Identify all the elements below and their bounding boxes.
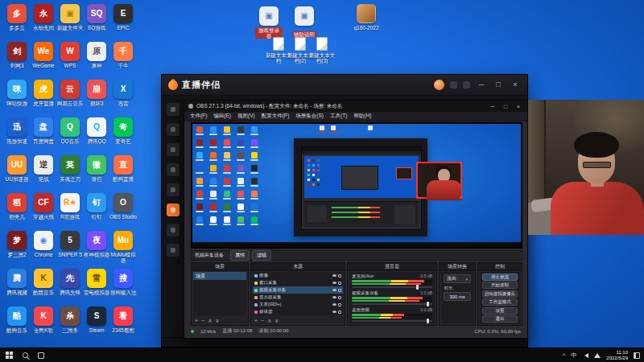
mixer-volume-slider[interactable]	[352, 303, 432, 305]
desktop-icon[interactable]: 咪咪咕快游	[3, 80, 31, 106]
notification-center-icon[interactable]	[634, 352, 640, 359]
source-visibility-icon[interactable]	[332, 282, 336, 284]
scene-up-button[interactable]: ∧	[208, 318, 212, 324]
obs-minimize-button[interactable]: ─	[488, 104, 497, 109]
source-lock-icon[interactable]	[338, 311, 341, 314]
source-visibility-icon[interactable]	[332, 311, 336, 313]
companion-sidebar-item[interactable]	[167, 123, 180, 136]
companion-sidebar-item[interactable]	[167, 163, 180, 176]
source-item[interactable]: 文本(GDI+)	[253, 301, 343, 308]
obs-menu-item[interactable]: 帮助(H)	[350, 113, 374, 120]
obs-maximize-button[interactable]: □	[501, 104, 510, 109]
desktop-text-file[interactable]: 新建文本文档(3)	[308, 37, 336, 64]
desktop-icon[interactable]: Q腾讯QQ	[83, 117, 110, 144]
obs-menu-item[interactable]: 文件(F)	[187, 113, 210, 120]
companion-titlebar[interactable]: 直播伴侣 ─ □ ×	[162, 75, 527, 96]
desktop-icon[interactable]: 酷酷狗音乐	[3, 306, 31, 333]
volume-icon[interactable]	[582, 353, 588, 358]
selection-handle[interactable]	[416, 196, 419, 199]
desktop-icon[interactable]: 英英魂之刃	[56, 155, 84, 182]
control-button[interactable]: 工作室模式	[482, 298, 518, 306]
desktop-icon[interactable]: X迅雷	[109, 80, 137, 106]
companion-sidebar-item[interactable]	[167, 183, 180, 196]
obs-titlebar[interactable]: OBS 27.1.3 (64-bit, windows) - 配置文件: 未命名…	[184, 101, 527, 112]
transition-select[interactable]: 淡出 ▾	[444, 274, 471, 283]
source-visibility-icon[interactable]	[332, 296, 336, 298]
clock[interactable]: 11:10 2022/5/29	[606, 350, 628, 361]
source-lock-icon[interactable]	[338, 289, 341, 292]
companion-maximize-button[interactable]: □	[493, 81, 504, 88]
transition-duration-input[interactable]: 300 ms	[444, 292, 471, 301]
desktop-icon[interactable]: WeWeGame	[30, 42, 57, 68]
source-item[interactable]: 窗口采集	[253, 279, 343, 286]
obs-menu-item[interactable]: 编辑(E)	[210, 113, 234, 120]
desktop-icon[interactable]: 崩崩坏3	[83, 80, 110, 106]
desktop-icon[interactable]: 梦梦三国2	[3, 231, 31, 257]
desktop-icon[interactable]: SSteam	[83, 306, 110, 333]
companion-minimize-button[interactable]: ─	[476, 81, 487, 88]
search-icon[interactable]	[23, 352, 28, 358]
desktop-icon[interactable]: 逆逆战	[30, 155, 57, 182]
companion-menu-icon[interactable]	[450, 81, 457, 88]
desktop-icon[interactable]: WWPS	[56, 42, 84, 68]
mixer-slider-thumb[interactable]	[416, 285, 419, 290]
desktop-icon[interactable]: UUUU加速器	[3, 155, 31, 182]
desktop-icon[interactable]: QQQ音乐	[56, 117, 84, 144]
mixer-volume-slider[interactable]	[352, 320, 432, 322]
source-item[interactable]: 图像	[253, 272, 343, 279]
desktop-icon[interactable]: 夜夜神模拟器	[83, 231, 110, 257]
desktop-icon[interactable]: 原原神	[83, 42, 110, 68]
desktop-shortcut[interactable]: g160-2022	[353, 4, 380, 31]
desktop-icon[interactable]: 千千牛	[109, 42, 137, 68]
source-remove-button[interactable]: −	[261, 318, 264, 323]
companion-sidebar-item[interactable]	[167, 204, 180, 216]
obs-menu-item[interactable]: 工具(T)	[327, 113, 350, 120]
desktop-icon[interactable]: 5SNIPER 5	[56, 231, 84, 257]
source-down-button[interactable]: ∨	[275, 318, 279, 324]
source-visibility-icon[interactable]	[332, 303, 336, 306]
avatar[interactable]	[434, 80, 444, 90]
desktop-icon[interactable]: 奇爱奇艺	[109, 117, 137, 144]
control-button[interactable]: 设置	[482, 307, 518, 315]
desktop-icon[interactable]: 剑剑网3	[3, 42, 31, 68]
companion-settings-icon[interactable]	[463, 81, 470, 88]
companion-sidebar-item[interactable]	[167, 143, 180, 156]
source-item[interactable]: 媒体源	[253, 308, 343, 315]
source-lock-icon[interactable]	[338, 282, 341, 285]
desktop-icon[interactable]: CF穿越火线	[30, 193, 57, 220]
desktop-icon[interactable]: 虎虎牙直播	[30, 80, 57, 106]
source-toolbar-button[interactable]: 滤镜	[252, 250, 271, 261]
desktop-icon[interactable]: 盘百度网盘	[30, 117, 57, 144]
source-lock-icon[interactable]	[338, 296, 341, 299]
source-toolbar-button[interactable]: 属性	[230, 250, 250, 261]
desktop-icon[interactable]: ▣新建文件夹	[56, 4, 84, 31]
preview-webcam-source[interactable]	[416, 162, 462, 199]
network-icon[interactable]	[594, 353, 601, 358]
desktop-icon[interactable]: 看2345看图	[109, 306, 137, 333]
companion-close-button[interactable]: ×	[510, 81, 521, 88]
desktop-icon[interactable]: R★R星游戏	[56, 193, 84, 220]
desktop-icon[interactable]: 先腾讯先锋	[56, 269, 84, 295]
companion-sidebar-item[interactable]	[167, 224, 180, 237]
desktop-icon[interactable]: 雷雷电模拟器	[83, 269, 110, 295]
control-button[interactable]: 停止推流	[482, 274, 518, 281]
source-item[interactable]: 视频采集设备	[253, 286, 343, 294]
desktop-icon[interactable]: 腾腾讯视频	[3, 269, 31, 295]
mixer-volume-slider[interactable]	[352, 286, 432, 288]
desktop-icon[interactable]: 云网易云音乐	[56, 80, 84, 106]
tray-expand-icon[interactable]: ^	[563, 352, 565, 358]
desktop-icon[interactable]: 永永劫无间	[30, 4, 57, 31]
obs-close-button[interactable]: ×	[514, 104, 523, 109]
companion-sidebar-item[interactable]	[167, 244, 180, 257]
desktop-icon[interactable]: 钉钉钉	[83, 193, 110, 220]
obs-preview[interactable]	[191, 122, 522, 249]
desktop-icon[interactable]: 稻稻壳儿	[3, 193, 31, 220]
obs-menu-item[interactable]: 场景集合(S)	[292, 113, 327, 120]
mixer-slider-thumb[interactable]	[427, 302, 429, 306]
selection-handle[interactable]	[460, 162, 462, 164]
task-view-icon[interactable]	[38, 352, 44, 359]
start-button-icon[interactable]	[6, 352, 13, 359]
source-up-button[interactable]: ∧	[267, 318, 271, 324]
scene-add-button[interactable]: +	[195, 318, 198, 323]
source-add-button[interactable]: +	[254, 318, 258, 323]
